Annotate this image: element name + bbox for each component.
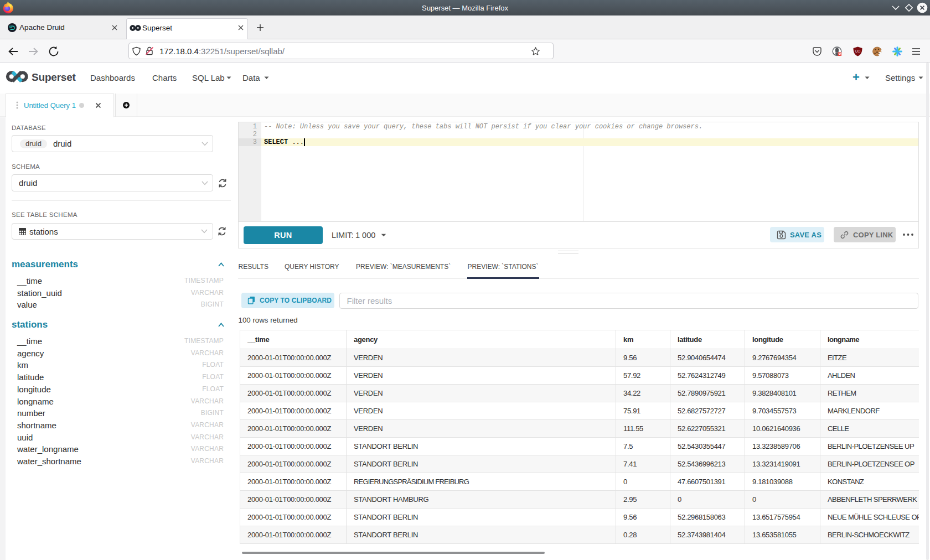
svg-text:UO: UO: [855, 49, 861, 53]
